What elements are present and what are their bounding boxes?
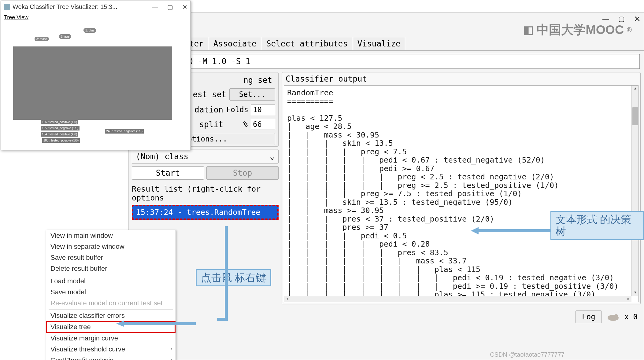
- ctx-load-model[interactable]: Load model: [46, 276, 176, 287]
- tree-leaf[interactable]: 104 : tested_positive (4/0): [41, 132, 78, 137]
- result-list-label: Result list (right-click for options: [132, 182, 279, 202]
- watermark-text: 中国大学MOOC: [537, 21, 624, 38]
- close-icon[interactable]: ✕: [182, 3, 187, 11]
- mooc-logo-icon: ◧: [523, 24, 534, 36]
- csdn-watermark: CSDN @taotaotao7777777: [490, 351, 564, 358]
- ctx-label: Cost/Benefit analysis: [50, 356, 113, 360]
- svg-point-1: [614, 314, 618, 318]
- scroll-thumb[interactable]: [632, 107, 638, 125]
- chevron-right-icon: ›: [171, 357, 172, 360]
- tree-leaf[interactable]: 106 : tested_positive (1/0): [41, 120, 78, 124]
- chevron-down-icon: ⌄: [270, 152, 275, 161]
- tree-titlebar[interactable]: Weka Classifier Tree Visualizer: 15:3...…: [1, 1, 191, 13]
- vertical-scrollbar[interactable]: ▴ ▾: [631, 86, 638, 296]
- scroll-left-icon[interactable]: ◂: [284, 296, 290, 302]
- weka-bird-icon: [605, 312, 621, 321]
- chevron-right-icon: ›: [171, 346, 172, 352]
- start-button[interactable]: Start: [132, 166, 204, 180]
- tree-node[interactable]: 3: mass: [35, 37, 49, 41]
- maximize-icon[interactable]: ▢: [167, 3, 173, 11]
- ctx-cost-benefit[interactable]: Cost/Benefit analysis ›: [46, 355, 176, 360]
- ctx-visualize-margin[interactable]: Visualize margin curve: [46, 333, 176, 344]
- svg-marker-2: [116, 321, 124, 327]
- folds-label: Folds: [226, 105, 251, 114]
- minimize-icon[interactable]: —: [152, 3, 158, 11]
- watermark: ◧ 中国大学MOOC ®: [523, 21, 632, 38]
- tab-select-attributes[interactable]: Select attributes: [262, 37, 352, 50]
- status-bar: Log x 0: [129, 307, 644, 326]
- tree-canvas[interactable]: 1: plas 2: age 3: mass 103 : tested_posi…: [1, 22, 191, 150]
- class-attribute-select[interactable]: (Nom) class ⌄: [132, 149, 279, 164]
- ctx-label: Visualize threshold curve: [50, 345, 125, 353]
- tab-visualize[interactable]: Visualize: [353, 37, 405, 50]
- context-menu: View in main window View in separate win…: [46, 230, 176, 360]
- app-icon: [4, 4, 10, 10]
- ctx-save-buffer[interactable]: Save result buffer: [46, 252, 176, 263]
- result-list-item[interactable]: 15:37:24 - trees.RandomTree: [132, 205, 279, 220]
- separator: [49, 275, 173, 275]
- tree-cluster: [13, 46, 172, 120]
- ctx-visualize-threshold[interactable]: Visualize threshold curve ›: [46, 344, 176, 355]
- ctx-view-main[interactable]: View in main window: [46, 230, 176, 241]
- output-textarea[interactable]: RandomTree ========== plas < 127.5 | age…: [284, 85, 638, 302]
- horizontal-scrollbar[interactable]: ◂ ▸: [284, 296, 631, 302]
- stop-button: Stop: [206, 166, 279, 180]
- set-button[interactable]: Set...: [229, 88, 275, 101]
- folds-input[interactable]: [251, 104, 275, 115]
- ctx-save-model[interactable]: Save model: [46, 287, 176, 298]
- ctx-visualize-errors[interactable]: Visualize classifier errors: [46, 310, 176, 321]
- tabs-bar: ssify Cluster Associate Select attribute…: [129, 37, 644, 51]
- tree-leaf[interactable]: 246 : tested_negative (1/0): [105, 129, 144, 134]
- tree-leaf[interactable]: 103 : tested_positive (1/0): [42, 138, 80, 143]
- ctx-view-separate[interactable]: View in separate window: [46, 241, 176, 252]
- tree-window-title: Weka Classifier Tree Visualizer: 15:3...: [13, 3, 152, 10]
- ctx-reevaluate: Re-evaluate model on current test set: [46, 298, 176, 309]
- tree-leaf[interactable]: 105 : tested_negative (1/0): [41, 126, 80, 130]
- svg-marker-3: [471, 227, 479, 234]
- tab-associate[interactable]: Associate: [209, 37, 261, 50]
- tree-node-overlay[interactable]: 2: age: [59, 34, 71, 39]
- tree-visualizer-window: Weka Classifier Tree Visualizer: 15:3...…: [1, 1, 191, 150]
- scroll-down-icon[interactable]: ▾: [632, 290, 638, 296]
- class-attribute-label: (Nom) class: [136, 152, 188, 161]
- tree-root-overlay[interactable]: 1: plas: [83, 28, 96, 33]
- arrow-to-output: [471, 226, 550, 235]
- classifier-choice[interactable]: domTree -K 0 -M 1.0 -S 1: [132, 54, 640, 69]
- output-label: Classifier output: [282, 72, 640, 85]
- annotation-text-tree: 文本形式 的决策树: [550, 211, 644, 240]
- output-panel: Classifier output RandomTree ========== …: [282, 72, 641, 304]
- status-count: x 0: [624, 313, 638, 321]
- percent-input[interactable]: [251, 119, 275, 130]
- log-button[interactable]: Log: [576, 310, 601, 323]
- arrow-to-visualize-tree: [116, 321, 196, 327]
- percent-label: %: [226, 120, 251, 129]
- separator: [49, 309, 173, 310]
- weka-explorer-window: — ▢ ✕ rer ssify Cluster Associate Select…: [128, 12, 644, 360]
- arrow-to-menu: [217, 226, 235, 327]
- close-icon[interactable]: ✕: [634, 14, 641, 24]
- scroll-right-icon[interactable]: ▸: [625, 296, 631, 302]
- output-content: RandomTree ========== plas < 127.5 | age…: [284, 86, 638, 302]
- ctx-delete-buffer[interactable]: Delete result buffer: [46, 263, 176, 274]
- tree-view-menu[interactable]: Tree View: [1, 13, 191, 22]
- scroll-up-icon[interactable]: ▴: [632, 86, 638, 92]
